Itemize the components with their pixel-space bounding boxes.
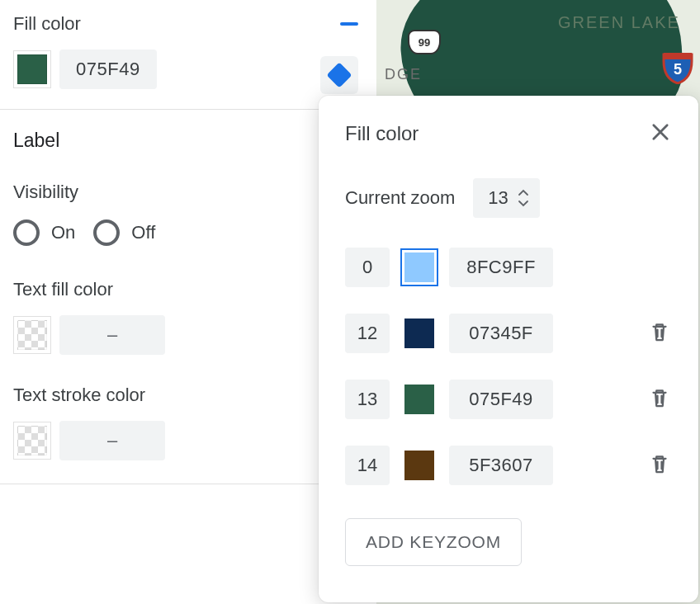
fill-color-section-header[interactable]: Fill color (13, 13, 376, 35)
text-stroke-swatch[interactable] (13, 422, 51, 460)
trash-icon (647, 451, 672, 477)
text-fill-swatch[interactable] (13, 316, 51, 354)
chevron-down-icon (517, 199, 530, 207)
keyzoom-zoom-input[interactable]: 13 (345, 380, 390, 419)
trash-icon (647, 385, 672, 411)
transparent-swatch-icon (17, 320, 47, 350)
stepper-arrows[interactable] (517, 189, 530, 207)
zoom-stepper[interactable]: 13 (473, 178, 539, 218)
text-stroke-hex-input[interactable]: – (59, 421, 165, 460)
keyzoom-row: 08FC9FF (345, 248, 672, 287)
map-label-dge: DGE (385, 66, 422, 83)
delete-keyzoom-button[interactable] (647, 385, 672, 414)
visibility-off-option[interactable]: Off (93, 219, 155, 246)
svg-rect-0 (664, 53, 692, 59)
keyzoom-hex-input[interactable]: 075F49 (449, 380, 553, 419)
fill-color-hex-input[interactable]: 075F49 (59, 50, 157, 89)
close-icon (649, 120, 672, 144)
fill-color-popover: Fill color Current zoom 13 08FC9FF120734… (319, 96, 698, 602)
add-keyzoom-button[interactable]: ADD KEYZOOM (345, 518, 522, 566)
collapse-icon[interactable] (340, 22, 358, 26)
text-fill-hex-input[interactable]: – (59, 315, 165, 355)
transparent-swatch-icon (17, 426, 47, 455)
fill-color-swatch-inner (17, 54, 47, 84)
keyzoom-hex-input[interactable]: 07345F (449, 314, 553, 353)
fill-color-swatch[interactable] (13, 50, 51, 88)
map-label-greenlake: GREEN LAKE (558, 13, 680, 32)
keyzoom-hex-input[interactable]: 5F3607 (449, 446, 553, 485)
zoom-value: 13 (488, 187, 508, 209)
close-button[interactable] (649, 120, 672, 147)
keyzoom-row: 1207345F (345, 314, 672, 353)
delete-keyzoom-button[interactable] (647, 451, 672, 480)
chevron-up-icon (517, 189, 530, 197)
trash-icon (647, 319, 672, 345)
highway-99-shield: 99 (408, 30, 441, 54)
interstate-5-shield: 5 (660, 50, 695, 84)
keyzoom-row: 145F3607 (345, 446, 672, 485)
keyzoom-color-swatch[interactable] (404, 385, 434, 414)
fill-color-label: Fill color (13, 13, 81, 35)
keyzoom-zoom-input[interactable]: 0 (345, 248, 390, 287)
keyzoom-color-swatch[interactable] (404, 319, 434, 348)
visibility-off-label: Off (131, 222, 155, 243)
delete-keyzoom-button[interactable] (647, 319, 672, 348)
svg-text:5: 5 (674, 61, 682, 78)
keyzoom-color-swatch[interactable] (404, 252, 434, 282)
keyzoom-hex-input[interactable]: 8FC9FF (449, 248, 553, 287)
popover-title: Fill color (345, 122, 419, 145)
keyzoom-row: 13075F49 (345, 380, 672, 419)
visibility-on-label: On (51, 222, 75, 243)
visibility-on-option[interactable]: On (13, 219, 75, 246)
keyzoom-zoom-input[interactable]: 12 (345, 314, 390, 353)
keyzoom-toggle-button[interactable] (320, 56, 358, 94)
diamond-icon (326, 62, 352, 87)
keyzoom-zoom-input[interactable]: 14 (345, 446, 390, 485)
keyzoom-list: 08FC9FF1207345F13075F49145F3607 (345, 248, 672, 485)
keyzoom-color-swatch[interactable] (404, 451, 434, 480)
radio-icon (13, 219, 40, 246)
radio-icon (93, 219, 120, 246)
current-zoom-label: Current zoom (345, 187, 455, 209)
